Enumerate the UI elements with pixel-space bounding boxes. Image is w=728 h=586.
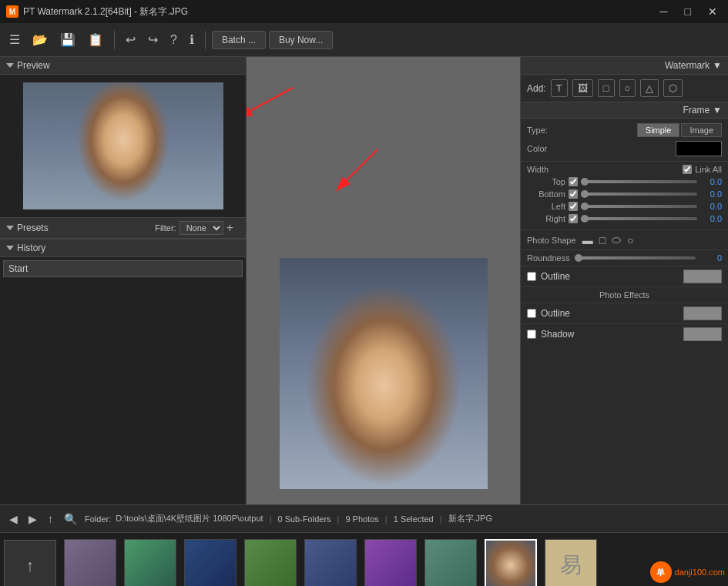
list-item[interactable]: ↑ Up Level — [0, 538, 60, 586]
top-checkbox[interactable] — [569, 177, 578, 186]
left-checkbox[interactable] — [569, 202, 578, 211]
top-slider-row: Top 0.0 — [527, 177, 722, 186]
uplevel-icon: ↑ — [4, 540, 56, 586]
preview-content — [0, 75, 246, 217]
thumbnail-image — [424, 539, 477, 587]
outline-checkbox[interactable] — [527, 272, 536, 281]
batch-button[interactable]: Batch ... — [212, 31, 266, 49]
link-all-checkbox[interactable] — [683, 165, 692, 174]
bottom-slider[interactable] — [581, 193, 697, 196]
shape-circle-button[interactable]: ○ — [627, 234, 633, 246]
bottom-checkbox[interactable] — [569, 189, 578, 199]
list-item[interactable]: 易 新名字.PNG — [541, 537, 601, 587]
right-value: 0.0 — [700, 214, 722, 223]
add-rect-button[interactable]: □ — [598, 79, 615, 97]
presets-label: Presets — [17, 223, 49, 233]
buynow-button[interactable]: Buy Now... — [269, 31, 333, 49]
presets-collapse-icon[interactable] — [6, 226, 14, 230]
nav-back-button[interactable]: ◀ — [6, 511, 21, 527]
list-item[interactable]: Start — [3, 260, 243, 277]
color-swatch[interactable] — [676, 141, 722, 156]
roundness-slider[interactable] — [575, 256, 696, 260]
list-item[interactable]: 极光图片67j... — [361, 537, 421, 587]
list-item[interactable]: 新名字.JPG — [481, 537, 541, 587]
thumbnail-image — [244, 539, 297, 587]
photo-shape-label: Photo Shape — [527, 236, 576, 245]
roundness-row: Roundness 0 — [521, 249, 728, 266]
type-simple-button[interactable]: Simple — [637, 123, 680, 137]
titlebar: M PT Watermark 2.1.2[64Bit] - 新名字.JPG ─ … — [0, 0, 728, 23]
list-item[interactable]: 极光图片65j... — [240, 537, 300, 587]
outline-color-swatch[interactable] — [683, 270, 722, 283]
maximize-button[interactable]: □ — [680, 4, 696, 19]
toolbar-separator-2 — [205, 31, 206, 49]
outline-label: Outline — [541, 271, 570, 282]
list-item[interactable]: 极光图片59j... — [120, 537, 180, 587]
left-label: Left — [527, 202, 565, 211]
history-section: History Start — [0, 239, 246, 504]
info-button[interactable]: ℹ — [185, 29, 199, 50]
shape-rect2-button[interactable]: □ — [599, 234, 606, 246]
effects-outline-swatch[interactable] — [683, 306, 722, 320]
shape-oval-button[interactable]: ⬭ — [612, 233, 621, 246]
nav-forward-button[interactable]: ▶ — [25, 511, 40, 527]
shadow-checkbox[interactable] — [527, 330, 536, 339]
photos-count: 9 Photos — [345, 514, 378, 524]
list-item[interactable]: 极光图片58_... — [60, 537, 120, 587]
close-button[interactable]: ✕ — [703, 4, 722, 19]
type-image-button[interactable]: Image — [681, 123, 722, 137]
bottom-value: 0.0 — [700, 189, 722, 199]
frame-label: Frame — [683, 105, 710, 116]
nav-up-button[interactable]: ↑ — [45, 511, 56, 527]
menu-button[interactable]: ☰ — [5, 29, 25, 50]
add-text-button[interactable]: T — [551, 79, 568, 97]
history-collapse-icon[interactable] — [6, 246, 14, 250]
filter-label: Filter: — [155, 223, 176, 233]
filter-row: Filter: None + — [155, 221, 233, 235]
watermark-dropdown-icon[interactable]: ▼ — [713, 60, 722, 71]
open-button[interactable]: 📂 — [28, 29, 52, 50]
save-button[interactable]: 💾 — [55, 29, 80, 50]
presets-header: Presets Filter: None + — [0, 218, 246, 239]
filter-select[interactable]: None — [179, 221, 223, 235]
undo-button[interactable]: ↩ — [121, 29, 140, 50]
titlebar-controls[interactable]: ─ □ ✕ — [656, 4, 722, 19]
shape-rect-button[interactable]: ▬ — [582, 234, 593, 246]
shadow-color-swatch[interactable] — [683, 327, 722, 341]
thumbnail-image: 易 — [545, 539, 597, 587]
saveas-button[interactable]: 📋 — [83, 29, 108, 50]
titlebar-left: M PT Watermark 2.1.2[64Bit] - 新名字.JPG — [6, 5, 188, 18]
thumbnail-image — [124, 539, 176, 587]
list-item[interactable]: 极光图片62j... — [180, 537, 240, 587]
list-item[interactable]: 极光图片66j... — [300, 537, 361, 587]
thumbnail-image-selected — [485, 539, 537, 587]
nav-search-button[interactable]: 🔍 — [61, 511, 80, 527]
right-checkbox[interactable] — [569, 214, 578, 223]
effects-outline-checkbox[interactable] — [527, 309, 536, 318]
add-triangle-button[interactable]: △ — [640, 79, 659, 97]
add-image-button[interactable]: 🖼 — [572, 79, 593, 97]
add-circle-button[interactable]: ○ — [619, 79, 636, 97]
frame-dropdown-icon[interactable]: ▼ — [713, 105, 722, 116]
left-value: 0.0 — [700, 202, 722, 211]
status-separator-4: | — [440, 514, 442, 524]
bottom-slider-row: Bottom 0.0 — [527, 189, 722, 199]
roundness-label: Roundness — [527, 253, 570, 263]
redo-button[interactable]: ↪ — [143, 29, 163, 50]
right-panel: Watermark ▼ Add: T 🖼 □ ○ △ ⬡ Frame ▼ Typ… — [520, 57, 728, 504]
top-slider[interactable] — [581, 180, 697, 183]
add-hexagon-button[interactable]: ⬡ — [663, 79, 683, 97]
preview-label: Preview — [17, 60, 50, 71]
main-canvas-image — [280, 258, 488, 489]
right-slider[interactable] — [581, 217, 697, 220]
link-all-row: Link All — [683, 165, 722, 174]
minimize-button[interactable]: ─ — [656, 4, 673, 19]
center-canvas — [247, 57, 520, 504]
left-slider[interactable] — [581, 205, 697, 208]
preview-collapse-icon[interactable] — [6, 63, 14, 68]
presets-add-button[interactable]: + — [226, 221, 233, 235]
type-buttons: Simple Image — [637, 123, 722, 137]
status-separator-3: | — [385, 514, 387, 524]
help-button[interactable]: ? — [166, 30, 182, 50]
list-item[interactable]: 极光图片78j... — [421, 537, 481, 587]
